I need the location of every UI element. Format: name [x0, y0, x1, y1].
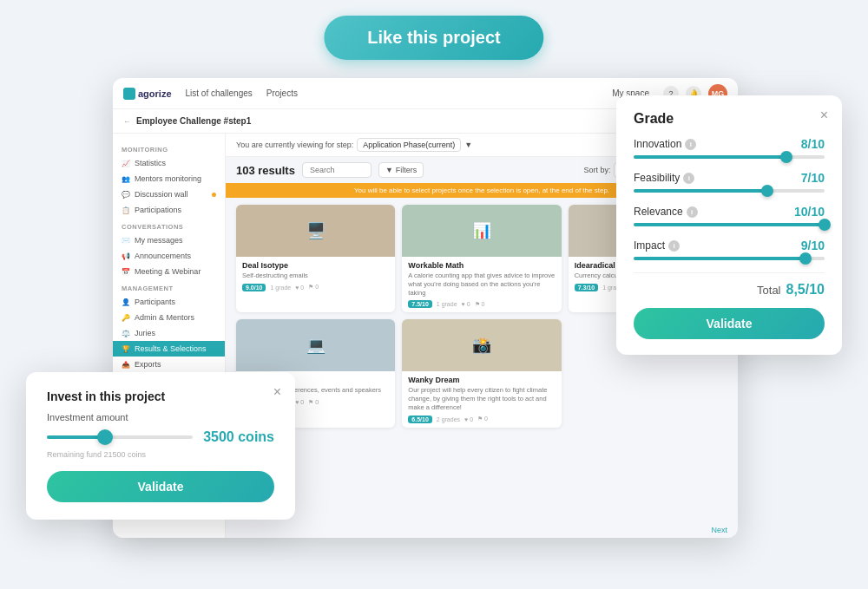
invest-panel-close[interactable]: × [273, 384, 281, 400]
project-img-4: 📸 [402, 319, 561, 371]
grade-item-feasibility: Feasibility i 7/10 [634, 171, 825, 193]
like-button-container: Like this project [324, 16, 543, 60]
slider-fill-relevance [634, 223, 825, 226]
grade-panel-close[interactable]: × [820, 108, 828, 123]
grade-count-4: 2 grades [437, 416, 460, 422]
info-icon-innovation[interactable]: i [685, 139, 696, 150]
slider-thumb-feasibility[interactable] [761, 185, 773, 197]
sidebar-item-discussion[interactable]: 💬 Discussion wall [113, 187, 225, 202]
project-img-1: 📊 [402, 205, 561, 257]
info-icon-feasibility[interactable]: i [683, 173, 694, 184]
grade-label-row-feasibility: Feasibility i 7/10 [634, 171, 825, 185]
sidebar-item-participants[interactable]: 👤 Participants [113, 294, 225, 310]
sidebar-conversations-title: CONVERSATIONS [113, 218, 225, 232]
sort-label: Sort by: [583, 166, 610, 174]
project-card-4[interactable]: 📸 Wanky Dream Our project will help ever… [402, 319, 561, 427]
like-project-button[interactable]: Like this project [324, 16, 543, 60]
grade-item-impact: Impact i 9/10 [634, 239, 825, 260]
banner-text: You will be able to select projects once… [354, 187, 609, 194]
grade-label-row-innovation: Innovation i 8/10 [634, 137, 825, 151]
slider-thumb-relevance[interactable] [819, 219, 831, 231]
sidebar-item-mentors[interactable]: 👥 Mentors monitoring [113, 171, 225, 187]
invest-validate-button[interactable]: Validate [47, 471, 274, 502]
slider-track-impact [634, 257, 825, 260]
invest-slider-thumb[interactable] [97, 429, 113, 445]
sidebar-item-participations[interactable]: 📋 Participations [113, 202, 225, 218]
project-meta-4: 6.5/10 2 grades ♥ 0 ⚑ 0 [408, 416, 555, 423]
grade-divider [634, 272, 825, 273]
sidebar-item-results[interactable]: 🏆 Results & Selections [113, 341, 225, 357]
grade-label-impact: Impact i [634, 239, 680, 252]
brand-dot [123, 88, 135, 100]
grade-value-impact: 9/10 [801, 239, 825, 252]
sidebar-label-juries: Juries [135, 329, 155, 337]
grade-count-0: 1 grade [270, 285, 291, 291]
sidebar-label-messages: My messages [135, 236, 183, 245]
nav-list-challenges[interactable]: List of challenges [186, 88, 253, 98]
participants-icon: 👤 [122, 298, 130, 306]
nav-projects[interactable]: Projects [266, 88, 298, 98]
grade-total-value: 8,5/10 [786, 282, 825, 298]
project-name-4: Wanky Dream [408, 376, 555, 384]
grade-item-innovation: Innovation i 8/10 [634, 137, 825, 159]
info-icon-impact[interactable]: i [668, 240, 680, 252]
sidebar-label-participants: Participants [135, 298, 175, 306]
grade-label-relevance: Relevance i [634, 206, 698, 218]
sidebar-label-results: Results & Selections [135, 344, 207, 353]
info-icon-relevance[interactable]: i [687, 206, 698, 218]
brand-name: agorize [138, 88, 172, 99]
webinar-icon: 📅 [122, 268, 130, 276]
sidebar-label-announcements: Announcements [135, 252, 191, 260]
project-desc-0: Self-destructing emails [242, 272, 389, 280]
results-icon: 🏆 [122, 345, 130, 353]
project-info-1: Workable Math A calorie counting app tha… [402, 257, 561, 312]
slider-thumb-innovation[interactable] [780, 151, 792, 163]
mentors-icon: 👥 [122, 175, 130, 183]
grade-validate-button[interactable]: Validate [634, 308, 825, 339]
flag-icon-0: ⚑ 0 [308, 284, 319, 291]
filter-label: Filters [396, 166, 418, 174]
step-dropdown[interactable]: Application Phase(current) [357, 138, 461, 152]
invest-panel-title: Invest in this project [47, 389, 274, 403]
filter-icon: ▼ [385, 166, 393, 174]
invest-slider-row: 3500 coins [47, 429, 274, 445]
invest-amount: 3500 coins [203, 429, 274, 445]
sidebar-label-statistics: Statistics [135, 159, 166, 167]
project-grade-0: 9.0/10 [242, 284, 266, 291]
search-input[interactable] [302, 162, 372, 178]
sidebar-item-statistics[interactable]: 📈 Statistics [113, 155, 225, 171]
sidebar-item-admin[interactable]: 🔑 Admin & Mentors [113, 310, 225, 325]
project-card-0[interactable]: 🖥️ Deal Isotype Self-destructing emails … [236, 205, 395, 312]
grade-value-innovation: 8/10 [801, 137, 825, 151]
slider-thumb-impact[interactable] [799, 252, 812, 265]
heart-icon-0: ♥ 0 [295, 285, 304, 291]
project-grade-4: 6.5/10 [408, 416, 431, 423]
sidebar-item-messages[interactable]: ✉️ My messages [113, 232, 225, 248]
sidebar-label-admin: Admin & Mentors [135, 313, 194, 322]
heart-icon-4: ♥ 0 [464, 416, 473, 422]
sidebar-item-webinar[interactable]: 📅 Meeting & Webinar [113, 264, 225, 279]
project-info-4: Wanky Dream Our project will help every … [402, 371, 561, 427]
project-info-0: Deal Isotype Self-destructing emails 9.0… [236, 257, 395, 296]
brand-logo: agorize [123, 88, 172, 100]
project-card-1[interactable]: 📊 Workable Math A calorie counting app t… [402, 205, 561, 312]
project-name-1: Workable Math [408, 261, 555, 270]
flag-icon-4: ⚑ 0 [477, 416, 488, 422]
step-prefix: You are currently viewing for step: [236, 141, 353, 149]
grade-label-feasibility: Feasibility i [634, 172, 694, 184]
next-button[interactable]: Next [711, 526, 727, 534]
heart-icon-3: ♥ 0 [295, 399, 304, 405]
project-grade-2: 7.3/10 [575, 284, 598, 291]
invest-slider-track [47, 435, 193, 439]
announcements-icon: 📢 [122, 252, 130, 260]
sidebar-item-exports[interactable]: 📤 Exports [113, 357, 225, 372]
sidebar-item-announcements[interactable]: 📢 Announcements [113, 248, 225, 264]
grade-label-innovation: Innovation i [634, 138, 696, 150]
filter-button[interactable]: ▼ Filters [378, 162, 424, 178]
sidebar-management-title: MANAGEMENT [113, 279, 225, 294]
sidebar-item-juries[interactable]: ⚖️ Juries [113, 325, 225, 341]
slider-fill-feasibility [634, 189, 767, 193]
breadcrumb-arrow: ← [123, 117, 131, 126]
project-desc-1: A calorie counting app that gives advice… [408, 272, 555, 297]
invest-slider-fill [47, 435, 105, 439]
